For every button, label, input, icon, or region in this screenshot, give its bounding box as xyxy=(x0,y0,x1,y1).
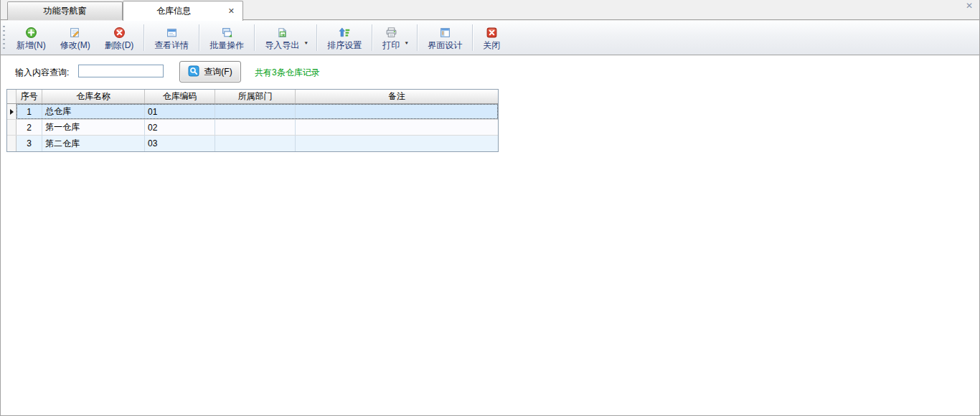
query-button-label: 查询(F) xyxy=(204,66,232,78)
close-button-label: 关闭 xyxy=(483,41,500,50)
tab-function-nav[interactable]: 功能导航窗 xyxy=(7,1,123,20)
cell-dept[interactable] xyxy=(215,120,296,135)
delete-button[interactable]: 删除(D) xyxy=(98,21,141,55)
sort-settings-button-label: 排序设置 xyxy=(327,41,362,50)
toolbar-separator xyxy=(472,24,473,51)
toolbar: 新增(N) 修改(M) 删除(D) 查看详情 批量操作 xyxy=(1,21,979,55)
ui-design-button[interactable]: 界面设计 xyxy=(421,21,468,55)
app-window: ✕ 功能导航窗 仓库信息 ✕ 新增(N) 修改(M) 删除(D) xyxy=(0,0,980,416)
add-icon xyxy=(25,27,37,39)
print-dropdown-arrow[interactable]: ▼ xyxy=(404,41,409,45)
search-label: 输入内容查询: xyxy=(15,67,69,79)
table-header-row: 序号 仓库名称 仓库编码 所属部门 备注 xyxy=(7,90,498,104)
delete-icon xyxy=(113,27,126,39)
close-button[interactable]: 关闭 xyxy=(476,21,507,55)
batch-operations-button-label: 批量操作 xyxy=(209,41,244,50)
content-panel: 输入内容查询: 查询(F) 共有3条仓库记录 序号 仓库名称 仓库编码 所属部门… xyxy=(1,56,979,415)
tab-close-icon[interactable]: ✕ xyxy=(228,6,235,15)
batch-operations-icon xyxy=(221,27,233,39)
cell-dept[interactable] xyxy=(215,136,296,151)
edit-icon xyxy=(69,27,81,39)
import-export-button-label: 导入导出 xyxy=(265,41,299,50)
row-selector-cell[interactable] xyxy=(7,120,17,135)
window-close-icon[interactable]: ✕ xyxy=(966,1,973,11)
print-button[interactable]: 打印 ▼ xyxy=(376,21,413,55)
cell-note[interactable] xyxy=(296,136,498,151)
column-header-name[interactable]: 仓库名称 xyxy=(42,90,145,103)
table-row[interactable]: 2 第一仓库 02 xyxy=(7,120,498,136)
import-export-dropdown-arrow[interactable]: ▼ xyxy=(303,41,308,45)
batch-operations-button[interactable]: 批量操作 xyxy=(203,21,250,55)
tab-function-nav-label: 功能导航窗 xyxy=(44,5,87,17)
record-count-text: 共有3条仓库记录 xyxy=(255,67,320,79)
tab-warehouse-info-label: 仓库信息 xyxy=(156,5,191,17)
cell-no[interactable]: 3 xyxy=(17,136,42,151)
close-icon xyxy=(486,27,498,39)
view-details-button-label: 查看详情 xyxy=(154,41,189,50)
query-button[interactable]: 查询(F) xyxy=(179,61,241,82)
toolbar-separator xyxy=(372,24,372,51)
cell-no[interactable]: 1 xyxy=(17,104,42,119)
warehouse-table: 序号 仓库名称 仓库编码 所属部门 备注 1 总仓库 01 2 第一仓库 02 xyxy=(6,89,499,152)
tab-strip: 功能导航窗 仓库信息 ✕ xyxy=(1,0,979,20)
cell-note[interactable] xyxy=(296,104,498,119)
delete-button-label: 删除(D) xyxy=(105,41,134,50)
table-row[interactable]: 1 总仓库 01 xyxy=(7,104,498,120)
table-row[interactable]: 3 第二仓库 03 xyxy=(7,136,498,151)
tab-warehouse-info[interactable]: 仓库信息 ✕ xyxy=(123,1,243,21)
sort-settings-icon xyxy=(339,27,351,39)
row-selector-cell[interactable] xyxy=(7,104,17,119)
view-details-button[interactable]: 查看详情 xyxy=(148,21,195,55)
sort-settings-button[interactable]: 排序设置 xyxy=(321,21,368,55)
edit-button-label: 修改(M) xyxy=(60,41,90,50)
cell-code[interactable]: 03 xyxy=(145,136,215,151)
column-header-code[interactable]: 仓库编码 xyxy=(145,90,215,103)
ui-design-button-label: 界面设计 xyxy=(428,41,462,50)
cell-name[interactable]: 第一仓库 xyxy=(42,120,145,135)
cell-code[interactable]: 02 xyxy=(145,120,215,135)
view-details-icon xyxy=(166,27,178,39)
ui-design-icon xyxy=(439,27,451,39)
toolbar-separator xyxy=(199,24,199,51)
search-icon xyxy=(188,65,199,79)
cell-name[interactable]: 第二仓库 xyxy=(42,136,145,151)
column-header-selector xyxy=(7,90,17,103)
toolbar-separator xyxy=(417,24,418,51)
toolbar-separator xyxy=(143,24,144,51)
cell-note[interactable] xyxy=(296,120,498,135)
toolbar-separator xyxy=(316,24,317,51)
cell-no[interactable]: 2 xyxy=(17,120,42,135)
add-button[interactable]: 新增(N) xyxy=(10,21,52,55)
search-input[interactable] xyxy=(78,65,164,77)
cell-name[interactable]: 总仓库 xyxy=(42,104,145,119)
column-header-note[interactable]: 备注 xyxy=(296,90,498,103)
add-button-label: 新增(N) xyxy=(17,41,46,50)
print-icon xyxy=(385,27,397,39)
import-export-icon xyxy=(276,27,288,39)
print-button-label: 打印 xyxy=(382,41,400,50)
import-export-button[interactable]: 导入导出 ▼ xyxy=(258,21,313,55)
row-selector-arrow xyxy=(10,109,14,115)
edit-button[interactable]: 修改(M) xyxy=(54,21,97,55)
column-header-no[interactable]: 序号 xyxy=(17,90,42,103)
cell-dept[interactable] xyxy=(215,104,296,119)
toolbar-grip[interactable] xyxy=(3,26,5,49)
column-header-dept[interactable]: 所属部门 xyxy=(215,90,296,103)
toolbar-separator xyxy=(254,24,255,51)
row-selector-cell[interactable] xyxy=(7,136,17,151)
cell-code[interactable]: 01 xyxy=(145,104,215,119)
